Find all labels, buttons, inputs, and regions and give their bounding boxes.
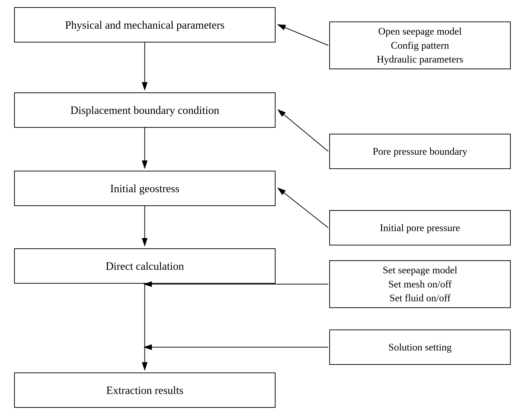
pore-pressure-boundary-box: Pore pressure boundary [329,134,511,169]
arrow-seepage-to-physical [278,25,328,45]
physical-parameters-box: Physical and mechanical parameters [14,7,275,43]
extraction-results-box: Extraction results [14,373,275,408]
flowchart: Physical and mechanical parameters Displ… [0,0,521,420]
set-seepage-label: Set seepage model Set mesh on/off Set fl… [383,263,457,305]
pore-pressure-boundary-label: Pore pressure boundary [373,144,468,158]
displacement-boundary-label: Displacement boundary condition [70,104,219,117]
physical-parameters-label: Physical and mechanical parameters [65,19,225,31]
initial-pore-pressure-label: Initial pore pressure [380,221,460,235]
arrow-initial-pore-to-geostress [278,188,328,228]
seepage-model-box: Open seepage model Config pattern Hydrau… [329,22,511,69]
initial-pore-pressure-box: Initial pore pressure [329,210,511,246]
direct-calculation-box: Direct calculation [14,248,275,284]
set-seepage-box: Set seepage model Set mesh on/off Set fl… [329,260,511,308]
direct-calculation-label: Direct calculation [105,260,184,272]
seepage-model-label: Open seepage model Config pattern Hydrau… [377,24,463,66]
initial-geostress-box: Initial geostress [14,171,275,206]
arrow-pore-boundary-to-displacement [278,110,328,151]
extraction-results-label: Extraction results [106,384,183,397]
solution-setting-box: Solution setting [329,330,511,365]
displacement-boundary-box: Displacement boundary condition [14,92,275,128]
initial-geostress-label: Initial geostress [110,182,179,195]
solution-setting-label: Solution setting [388,340,452,354]
